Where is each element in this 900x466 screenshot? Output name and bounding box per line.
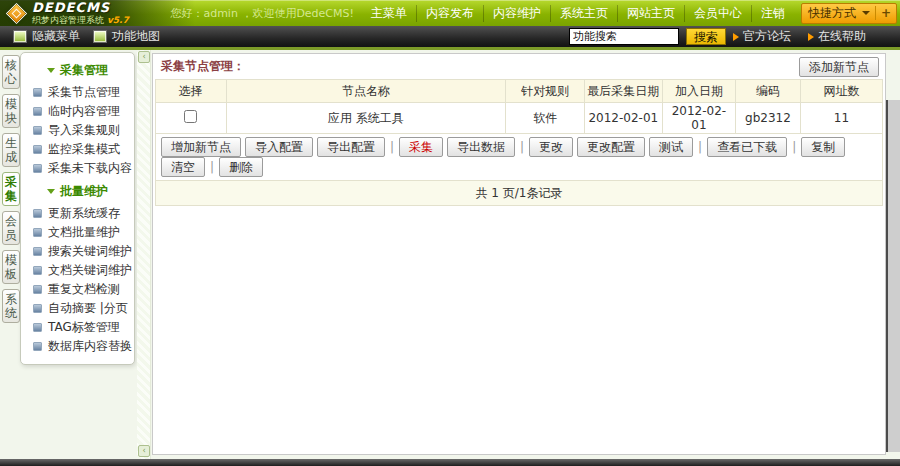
header-menu-item[interactable]: 内容维护 — [483, 5, 550, 22]
row-checkbox[interactable] — [184, 110, 197, 123]
header-menu-item[interactable]: 内容发布 — [416, 5, 483, 22]
dedecms-diamond-icon — [7, 4, 25, 22]
collapse-top-icon[interactable]: ‹ — [138, 51, 150, 63]
row-cell: 2012-02-01 — [584, 103, 662, 134]
sidebar-item[interactable]: 采集未下载内容 — [21, 159, 134, 178]
action-button[interactable]: 采集 — [399, 137, 443, 157]
module-tab[interactable]: 核心 — [2, 55, 20, 89]
header-menu: 主菜单内容发布内容维护系统主页网站主页会员中心注销 — [362, 5, 794, 22]
sidebar-item-label: 导入采集规则 — [48, 123, 120, 138]
hide-menu-label: 隐藏菜单 — [32, 28, 80, 45]
toolbar-link[interactable]: 官方论坛 — [733, 28, 791, 45]
action-button[interactable]: 删除 — [219, 157, 263, 177]
sidebar-item[interactable]: TAG标签管理 — [21, 318, 134, 337]
row-cell: gb2312 — [736, 103, 801, 134]
sidebar-item[interactable]: 导入采集规则 — [21, 121, 134, 140]
module-tab[interactable]: 模块 — [2, 94, 20, 128]
sidebar-item[interactable]: 重复文档检测 — [21, 280, 134, 299]
toolbar-link[interactable]: 在线帮助 — [808, 28, 866, 45]
sidebar-item-label: 更新系统缓存 — [48, 206, 120, 221]
module-tab[interactable]: 生成 — [2, 133, 20, 167]
separator: | — [520, 140, 524, 154]
module-tab[interactable]: 系统 — [2, 289, 20, 323]
action-button[interactable]: 复制 — [801, 137, 845, 157]
module-tab[interactable]: 采集 — [2, 172, 20, 206]
header-menu-item[interactable]: 注销 — [751, 5, 794, 22]
add-shortcut-button[interactable]: + — [875, 6, 896, 20]
row-cell: 软件 — [506, 103, 585, 134]
top-header: DEDECMS 织梦内容管理系统 v5.7 您好：admin ，欢迎使用Dede… — [0, 0, 900, 26]
action-button[interactable]: 导入配置 — [245, 137, 313, 157]
hide-menu-button[interactable]: 隐藏菜单 — [13, 28, 80, 45]
quick-menu-button[interactable]: 快捷方式 + — [801, 3, 897, 24]
sidebar-item-label: 重复文档检测 — [48, 282, 120, 297]
sidebar-item[interactable]: 更新系统缓存 — [21, 204, 134, 223]
column-header: 网址数 — [800, 80, 882, 103]
sidebar-group-header[interactable]: 采集管理 — [21, 57, 134, 83]
node-table: 选择节点名称针对规则最后采集日期加入日期编码网址数 应用 系统工具软件2012-… — [155, 79, 883, 206]
action-button[interactable]: 更改配置 — [577, 137, 645, 157]
header-menu-item[interactable]: 网站主页 — [617, 5, 684, 22]
toolbar-link-label: 在线帮助 — [818, 28, 866, 45]
bullet-icon — [33, 88, 42, 97]
function-search-input[interactable] — [569, 28, 679, 45]
row-select-cell — [156, 103, 227, 134]
main-panel: 采集节点管理： 添加新节点 选择节点名称针对规则最后采集日期加入日期编码网址数 … — [152, 53, 886, 455]
separator: | — [792, 140, 796, 154]
sidebar-item-label: 数据库内容替换 — [48, 339, 132, 354]
sidebar-item[interactable]: 临时内容管理 — [21, 102, 134, 121]
row-cell: 应用 系统工具 — [226, 103, 506, 134]
action-button[interactable]: 导出数据 — [447, 137, 515, 157]
column-header: 最后采集日期 — [584, 80, 662, 103]
version-label: v5.7 — [107, 15, 129, 25]
function-map-button[interactable]: 功能地图 — [93, 28, 160, 45]
sidebar-item-label: 采集节点管理 — [48, 85, 120, 100]
sidebar-item[interactable]: 采集节点管理 — [21, 83, 134, 102]
dedecms-admin-page: DEDECMS 织梦内容管理系统 v5.7 您好：admin ，欢迎使用Dede… — [0, 0, 900, 466]
column-header: 编码 — [736, 80, 801, 103]
actions-row: 增加新节点导入配置导出配置|采集导出数据|更改更改配置测试|查看已下载|复制清空… — [156, 134, 883, 181]
action-button[interactable]: 更改 — [529, 137, 573, 157]
collapse-bottom-icon[interactable]: ‹ — [138, 445, 150, 457]
toolbar-links: 官方论坛在线帮助 — [733, 28, 883, 45]
sidebar-item[interactable]: 数据库内容替换 — [21, 337, 134, 356]
module-tab[interactable]: 模板 — [2, 250, 20, 284]
sidebar-item[interactable]: 搜索关键词维护 — [21, 242, 134, 261]
action-button[interactable]: 查看已下载 — [707, 137, 787, 157]
action-button[interactable]: 清空 — [161, 157, 205, 177]
bullet-icon — [33, 304, 42, 313]
action-button[interactable]: 导出配置 — [317, 137, 385, 157]
module-tab[interactable]: 会员 — [2, 211, 20, 245]
sidebar-group-title: 采集管理 — [60, 62, 108, 79]
add-node-button[interactable]: 添加新节点 — [799, 57, 879, 77]
bullet-icon — [33, 247, 42, 256]
search-button[interactable]: 搜索 — [686, 28, 726, 45]
bullet-icon — [33, 266, 42, 275]
action-button[interactable]: 增加新节点 — [161, 137, 241, 157]
sidebar-item[interactable]: 监控采集模式 — [21, 140, 134, 159]
column-header: 针对规则 — [506, 80, 585, 103]
sidebar-item[interactable]: 自动摘要 |分页 — [21, 299, 134, 318]
sidebar-collapse-strip[interactable]: ‹ ‹ — [137, 50, 151, 459]
sidebar-groups: 采集管理采集节点管理临时内容管理导入采集规则监控采集模式采集未下载内容批量维护更… — [21, 57, 134, 356]
toolbar-right: 搜索 官方论坛在线帮助 — [569, 28, 900, 45]
sidebar-item-label: 临时内容管理 — [48, 104, 120, 119]
pagination-row: 共 1 页/1条记录 — [156, 181, 883, 206]
actions-cell: 增加新节点导入配置导出配置|采集导出数据|更改更改配置测试|查看已下载|复制清空… — [156, 134, 883, 181]
right-scroll-gutter[interactable] — [886, 100, 900, 452]
speaker-icon — [808, 33, 814, 41]
header-menu-item[interactable]: 会员中心 — [684, 5, 751, 22]
header-menu-item[interactable]: 系统主页 — [550, 5, 617, 22]
sidebar-group-header[interactable]: 批量维护 — [21, 178, 134, 204]
pagination-text: 共 1 页/1条记录 — [156, 181, 883, 206]
sidebar-menu: 采集管理采集节点管理临时内容管理导入采集规则监控采集模式采集未下载内容批量维护更… — [20, 52, 135, 365]
toolbar: 隐藏菜单 功能地图 搜索 官方论坛在线帮助 — [0, 26, 900, 47]
action-button[interactable]: 测试 — [649, 137, 693, 157]
sidebar-item[interactable]: 文档关键词维护 — [21, 261, 134, 280]
bullet-icon — [33, 285, 42, 294]
module-tab-strip: 核心模块生成采集会员模板系统 — [2, 55, 21, 328]
sidebar-item-label: TAG标签管理 — [48, 320, 120, 335]
sidebar-item[interactable]: 文档批量维护 — [21, 223, 134, 242]
chevron-down-icon — [47, 189, 55, 194]
header-menu-item[interactable]: 主菜单 — [362, 5, 416, 22]
